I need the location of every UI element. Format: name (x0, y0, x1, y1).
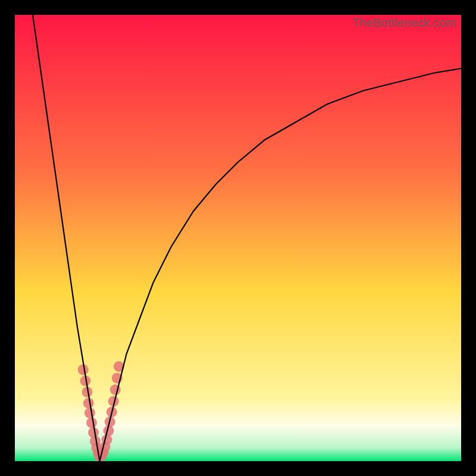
watermark-text: TheBottleneck.com (352, 16, 456, 30)
bottleneck-curve-chart (15, 15, 461, 461)
data-dot (84, 408, 95, 418)
plot-area: TheBottleneck.com (15, 15, 461, 461)
data-dot (83, 398, 94, 409)
gradient-background (15, 15, 461, 461)
chart-frame: TheBottleneck.com (0, 0, 476, 476)
data-dot (86, 418, 97, 428)
data-dot (102, 434, 112, 445)
